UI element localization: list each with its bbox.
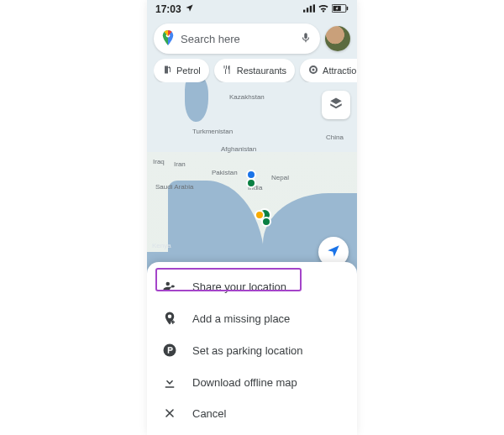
sheet-label: Cancel [192, 407, 226, 420]
parking-icon [160, 343, 179, 358]
map-label: Iran [174, 160, 186, 168]
status-bar: 17:03 [147, 0, 357, 18]
svg-rect-3 [313, 4, 315, 12]
share-location-icon [160, 279, 179, 294]
wifi-icon [318, 3, 329, 15]
signal-icon [303, 3, 315, 15]
map-label: Iraq [153, 158, 165, 165]
sheet-cancel[interactable]: Cancel [147, 398, 357, 428]
category-chips: Petrol Restaurants Attractions [154, 59, 357, 82]
mic-icon[interactable] [300, 30, 312, 48]
sheet-download[interactable]: Download offline map [147, 366, 357, 398]
chip-restaurants[interactable]: Restaurants [214, 59, 295, 82]
chip-label: Attractions [323, 66, 357, 76]
svg-rect-2 [310, 6, 312, 13]
search-placeholder: Search here [181, 33, 293, 45]
sheet-label: Download offline map [192, 376, 297, 389]
chip-label: Petrol [176, 66, 201, 76]
phone-screen: 17:03 Kazakhstan Turkmenistan Afghanista… [147, 0, 357, 435]
map-label: Saudi Arabia [155, 183, 193, 191]
download-icon [160, 375, 179, 390]
sheet-parking[interactable]: Set as parking location [147, 334, 357, 366]
map-label: Nepal [271, 174, 289, 181]
sheet-add-place[interactable]: Add a missing place [147, 302, 357, 334]
close-icon [160, 406, 179, 420]
layers-button[interactable] [322, 91, 350, 119]
map-label: China [326, 134, 344, 141]
sheet-label: Add a missing place [192, 312, 290, 325]
svg-rect-0 [303, 10, 305, 13]
chip-attractions[interactable]: Attractions [300, 59, 357, 82]
map-pin[interactable] [261, 217, 271, 227]
svg-rect-1 [307, 8, 308, 12]
map-label: Pakistan [212, 169, 238, 176]
profile-avatar[interactable] [325, 26, 350, 51]
fuel-icon [162, 65, 172, 76]
svg-rect-5 [347, 7, 349, 11]
add-place-icon [160, 311, 179, 326]
restaurant-icon [223, 65, 233, 76]
sheet-label: Set as parking location [192, 344, 303, 357]
action-sheet: Share your location Add a missing place … [147, 262, 357, 435]
status-time: 17:03 [155, 3, 181, 15]
sheet-label: Share your location [192, 280, 286, 293]
battery-icon [332, 3, 349, 15]
map-label: Kazakhstan [229, 93, 265, 101]
search-bar[interactable]: Search here [154, 24, 320, 54]
chip-petrol[interactable]: Petrol [154, 59, 209, 82]
map-label: Kenya [152, 242, 171, 249]
location-arrow-icon [185, 3, 194, 15]
navigation-arrow-icon [326, 244, 341, 261]
map-label: Turkmenistan [192, 128, 233, 135]
attractions-icon [308, 65, 318, 76]
google-maps-pin-icon [162, 30, 174, 48]
chip-label: Restaurants [237, 66, 286, 76]
map-label: Afghanistan [221, 145, 256, 153]
map-pin[interactable] [246, 178, 256, 188]
sheet-share-location[interactable]: Share your location [147, 270, 357, 302]
layers-icon [328, 97, 344, 114]
search-row: Search here [154, 24, 350, 54]
